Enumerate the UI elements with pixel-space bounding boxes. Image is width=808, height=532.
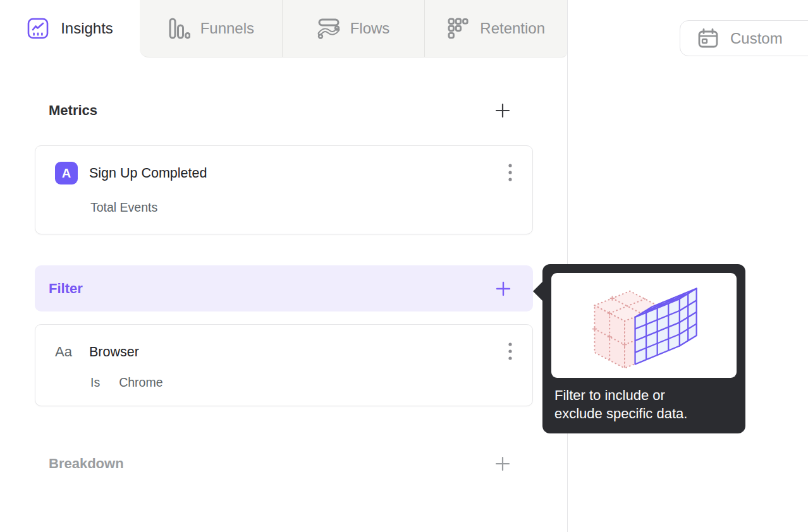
tooltip-arrow xyxy=(533,281,543,301)
tab-insights[interactable]: Insights xyxy=(0,0,140,57)
date-range-custom-button[interactable]: Custom xyxy=(680,20,808,56)
tooltip-caption: Filter to include or exclude specific da… xyxy=(554,386,687,423)
tab-flows[interactable]: Flows xyxy=(282,0,425,57)
text-property-badge: Aa xyxy=(55,344,78,360)
tab-label: Flows xyxy=(350,20,390,37)
metrics-section-header: Metrics xyxy=(49,100,511,121)
add-metric-button[interactable] xyxy=(494,102,511,119)
tab-label: Funnels xyxy=(200,20,254,37)
filter-card[interactable]: Aa Browser Is Chrome xyxy=(35,324,533,406)
calendar-icon xyxy=(697,28,719,49)
tooltip-caption-line1: Filter to include or xyxy=(554,386,687,404)
breakdown-section-title: Breakdown xyxy=(49,456,124,472)
metrics-section-title: Metrics xyxy=(49,102,97,119)
filter-value[interactable]: Chrome xyxy=(119,375,162,390)
tooltip-caption-line2: exclude specific data. xyxy=(554,404,687,423)
filter-cube-illustration xyxy=(572,277,716,375)
flows-icon xyxy=(317,17,340,40)
filter-section-title: Filter xyxy=(49,281,83,297)
filter-property-name: Browser xyxy=(89,344,139,360)
tab-strip: Funnels Flows xyxy=(140,0,567,57)
insights-chart-icon xyxy=(27,17,49,40)
metric-card[interactable]: A Sign Up Completed Total Events xyxy=(35,145,533,234)
tab-retention[interactable]: Retention xyxy=(424,0,567,57)
filter-tooltip: Filter to include or exclude specific da… xyxy=(542,264,745,433)
kebab-menu-icon[interactable] xyxy=(505,340,516,364)
tab-funnels[interactable]: Funnels xyxy=(140,0,282,57)
add-breakdown-button[interactable] xyxy=(494,456,511,472)
add-filter-button[interactable] xyxy=(495,281,511,297)
metric-letter-badge: A xyxy=(55,162,78,184)
kebab-menu-icon[interactable] xyxy=(505,161,516,185)
tooltip-illustration-panel xyxy=(551,273,737,378)
metric-aggregation[interactable]: Total Events xyxy=(90,200,157,215)
metric-title: Sign Up Completed xyxy=(89,166,207,181)
breakdown-section-header: Breakdown xyxy=(49,453,511,475)
filter-operator[interactable]: Is xyxy=(90,375,100,390)
retention-dots-icon xyxy=(447,17,470,40)
date-range-label: Custom xyxy=(730,30,783,47)
filter-section-row[interactable]: Filter xyxy=(35,265,533,311)
tab-label: Insights xyxy=(61,20,113,37)
funnels-bars-icon xyxy=(168,17,190,40)
tab-label: Retention xyxy=(480,20,545,37)
insights-builder-screen: Insights Funnels xyxy=(0,0,808,532)
